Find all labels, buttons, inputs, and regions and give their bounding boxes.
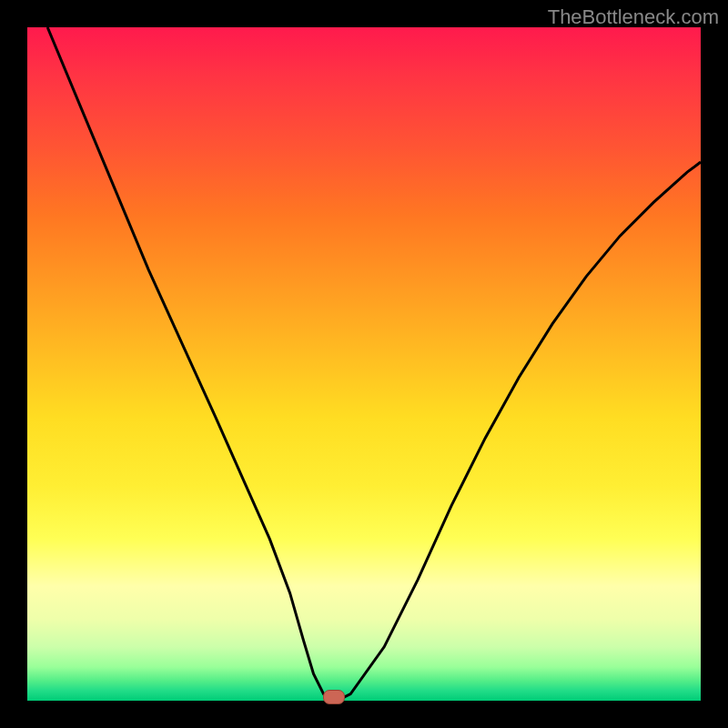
chart-container: TheBottleneck.com [0,0,728,728]
watermark-text: TheBottleneck.com [548,5,719,29]
bottleneck-curve [27,27,701,701]
optimal-point-marker [323,690,345,704]
plot-area [27,27,701,701]
